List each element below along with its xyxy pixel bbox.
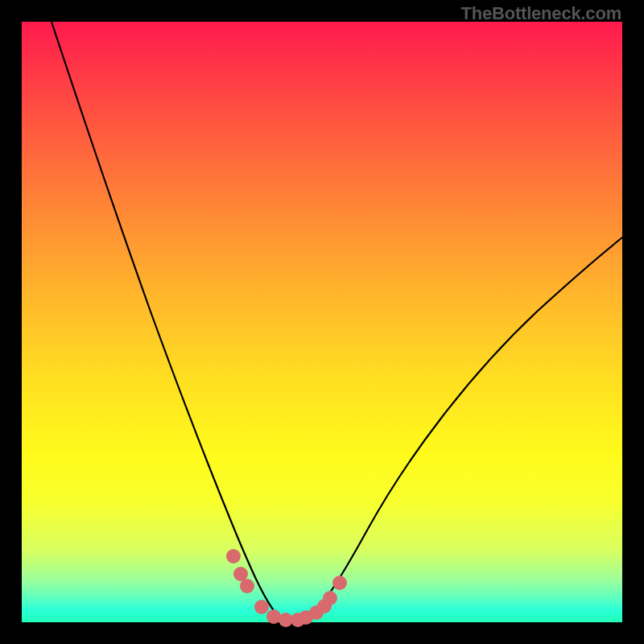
svg-point-2 [240, 579, 254, 593]
attribution-text: TheBottleneck.com [460, 3, 621, 24]
svg-point-10 [323, 591, 337, 605]
svg-point-0 [226, 549, 241, 564]
svg-point-3 [254, 600, 269, 614]
chart-svg [22, 22, 622, 622]
svg-point-11 [332, 576, 347, 590]
highlight-markers [226, 549, 347, 627]
bottleneck-curve [52, 22, 622, 621]
chart-frame: TheBottleneck.com [0, 0, 644, 644]
